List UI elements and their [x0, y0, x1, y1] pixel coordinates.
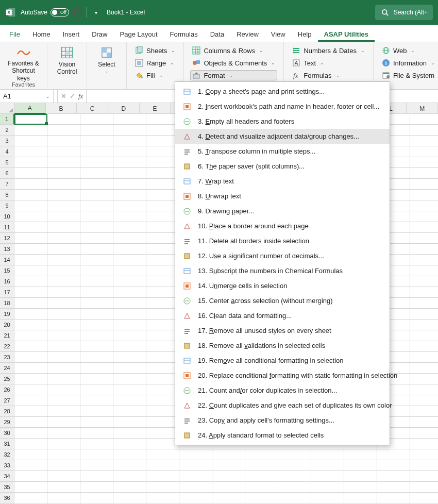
objects-button[interactable]: Objects & Comments⌄ — [190, 58, 277, 68]
column-header[interactable]: B — [46, 103, 77, 114]
row-header[interactable]: 10 — [0, 211, 14, 222]
menu-item-2[interactable]: 2. Insert workbook's path and name in he… — [175, 99, 390, 114]
save-icon[interactable] — [73, 8, 82, 17]
row-header[interactable]: 36 — [0, 493, 14, 503]
search-box[interactable]: Search (Alt+ — [375, 5, 433, 20]
row-header[interactable]: 11 — [0, 222, 14, 233]
row-header[interactable]: 34 — [0, 471, 14, 482]
row-header[interactable]: 8 — [0, 190, 14, 200]
menu-item-14[interactable]: 14. Unmerge cells in selection — [175, 278, 390, 293]
menu-item-22[interactable]: 22. Count duplicates and give each set o… — [175, 398, 390, 413]
row-header[interactable]: 4 — [0, 146, 14, 157]
tab-home[interactable]: Home — [26, 26, 57, 42]
row-header[interactable]: 20 — [0, 320, 14, 330]
row-header[interactable]: 26 — [0, 384, 14, 395]
row-header[interactable]: 13 — [0, 244, 14, 255]
row-headers[interactable]: 1234567891011121314151617181920212223242… — [0, 114, 14, 504]
tab-view[interactable]: View — [265, 26, 292, 42]
column-header[interactable]: M — [407, 103, 438, 114]
row-header[interactable]: 23 — [0, 352, 14, 363]
autosave-toggle[interactable]: AutoSave Off — [21, 8, 69, 16]
tab-draw[interactable]: Draw — [86, 26, 113, 42]
menu-item-5[interactable]: 5. Transpose column in multiple steps... — [175, 144, 390, 159]
menu-item-7[interactable]: 7. Wrap text — [175, 174, 390, 189]
text-button[interactable]: AText⌄ — [290, 58, 367, 68]
row-header[interactable]: 35 — [0, 482, 14, 493]
menu-item-20[interactable]: 20. Replace conditional formatting with … — [175, 368, 390, 383]
information-button[interactable]: iInformation⌄ — [380, 58, 438, 68]
row-header[interactable]: 1 — [0, 114, 14, 125]
row-header[interactable]: 2 — [0, 125, 14, 136]
row-header[interactable]: 27 — [0, 395, 14, 406]
active-cell[interactable] — [14, 114, 47, 125]
row-header[interactable]: 5 — [0, 157, 14, 168]
row-header[interactable]: 24 — [0, 363, 14, 374]
tab-page-layout[interactable]: Page Layout — [114, 26, 164, 42]
name-box[interactable]: A1 ⌄ — [0, 90, 54, 103]
row-header[interactable]: 16 — [0, 276, 14, 287]
customize-qat-icon[interactable]: ▾ — [91, 8, 100, 17]
row-header[interactable]: 14 — [0, 255, 14, 265]
menu-item-13[interactable]: 13. Subscript the numbers in Chemical Fo… — [175, 263, 390, 278]
row-header[interactable]: 29 — [0, 417, 14, 428]
menu-item-11[interactable]: 11. Delete all borders inside selection — [175, 233, 390, 248]
column-header[interactable]: D — [108, 103, 140, 114]
column-header[interactable]: A — [14, 103, 46, 114]
vision-control-button[interactable]: Vision Control — [52, 44, 82, 81]
select-button[interactable]: Select ˅ — [91, 44, 122, 81]
tab-asap-utilities[interactable]: ASAP Utilities — [318, 26, 375, 42]
row-header[interactable]: 7 — [0, 179, 14, 190]
row-header[interactable]: 33 — [0, 460, 14, 471]
menu-item-19[interactable]: 19. Remove all conditional formatting in… — [175, 353, 390, 368]
web-button[interactable]: Web⌄ — [380, 45, 438, 56]
enter-icon[interactable]: ✓ — [70, 92, 75, 100]
tab-formulas[interactable]: Formulas — [164, 26, 204, 42]
row-header[interactable]: 22 — [0, 341, 14, 352]
numbers-button[interactable]: Numbers & Dates⌄ — [290, 45, 367, 56]
menu-item-1[interactable]: 1. Copy a sheet's page and print setting… — [175, 84, 390, 99]
column-header[interactable]: E — [140, 103, 171, 114]
menu-item-17[interactable]: 17. Remove all unused styles on every sh… — [175, 323, 390, 338]
menu-item-16[interactable]: 16. Clean data and formatting... — [175, 308, 390, 323]
tab-data[interactable]: Data — [204, 26, 230, 42]
format-button[interactable]: Format⌄ — [190, 70, 277, 80]
favorites-button[interactable]: Favorites & Shortcut keys ˅ — [4, 44, 43, 81]
row-header[interactable]: 12 — [0, 233, 14, 244]
menu-item-12[interactable]: 12. Use a significant number of decimals… — [175, 248, 390, 263]
menu-item-21[interactable]: 21. Count and/or color duplicates in sel… — [175, 383, 390, 398]
menu-item-24[interactable]: 24. Apply standard format to selected ce… — [175, 428, 390, 443]
menu-item-15[interactable]: 15. Center across selection (without mer… — [175, 293, 390, 308]
menu-item-9[interactable]: 9. Drawing paper... — [175, 204, 390, 219]
menu-item-23[interactable]: 23. Copy and apply cell's formatting set… — [175, 413, 390, 428]
row-header[interactable]: 6 — [0, 168, 14, 179]
menu-item-18[interactable]: 18. Remove all validations in selected c… — [175, 338, 390, 353]
row-header[interactable]: 25 — [0, 374, 14, 384]
filesystem-button[interactable]: File & System⌄ — [380, 70, 438, 80]
fx-icon[interactable]: fx — [78, 92, 83, 100]
row-header[interactable]: 32 — [0, 449, 14, 460]
row-header[interactable]: 31 — [0, 439, 14, 449]
tab-file[interactable]: File — [3, 26, 26, 42]
fill-button[interactable]: Fill⌄ — [133, 70, 177, 80]
tab-review[interactable]: Review — [230, 26, 265, 42]
menu-item-4[interactable]: 4. Detect and visualize adjacent data/gr… — [175, 129, 390, 144]
formulas-button[interactable]: fxFormulas⌄ — [290, 70, 367, 80]
tab-help[interactable]: Help — [292, 26, 318, 42]
sheets-button[interactable]: Sheets⌄ — [133, 45, 177, 56]
cancel-icon[interactable]: ✕ — [61, 92, 66, 100]
row-header[interactable]: 9 — [0, 200, 14, 211]
row-header[interactable]: 28 — [0, 406, 14, 417]
menu-item-8[interactable]: 8. Unwrap text — [175, 189, 390, 204]
row-header[interactable]: 17 — [0, 287, 14, 298]
row-header[interactable]: 19 — [0, 309, 14, 320]
row-header[interactable]: 3 — [0, 136, 14, 146]
menu-item-3[interactable]: 3. Empty all headers and footers — [175, 114, 390, 129]
column-header[interactable]: C — [77, 103, 108, 114]
row-header[interactable]: 15 — [0, 265, 14, 276]
menu-item-6[interactable]: 6. The paper saver (split columns)... — [175, 159, 390, 174]
row-header[interactable]: 30 — [0, 428, 14, 439]
row-header[interactable]: 21 — [0, 330, 14, 341]
range-button[interactable]: Range⌄ — [133, 58, 177, 68]
select-all-button[interactable] — [0, 103, 14, 114]
columnsrows-button[interactable]: Columns & Rows⌄ — [190, 45, 277, 56]
